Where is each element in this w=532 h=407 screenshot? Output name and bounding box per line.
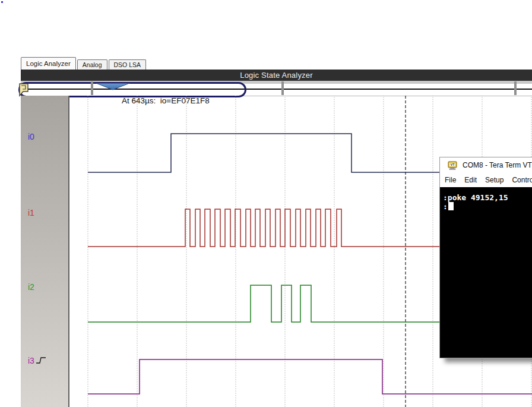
menu-control[interactable]: Control [508, 176, 532, 184]
signal-label-i3: i3 [28, 356, 48, 365]
signal-trace-i3 [88, 359, 532, 394]
terminal-screen[interactable]: :poke 49152,15: [440, 187, 532, 358]
window-title: COM8 - Tera Term VT [463, 161, 532, 169]
signal-label-i0: i0 [28, 132, 34, 141]
cursor-readout: At 643µs: io=EF07E1F8 [122, 96, 210, 105]
terminal-cursor [448, 202, 454, 210]
signal-name-text: i3 [28, 356, 34, 365]
terminal-line: : [443, 202, 532, 211]
signal-label-i2: i2 [28, 282, 34, 292]
menu-setup[interactable]: Setup [481, 176, 508, 184]
tab-logic-analyzer[interactable]: Logic Analyzer [21, 57, 76, 70]
app-screen: Logic AnalyzerAnalogDSO LSA Logic State … [0, 0, 532, 407]
terminal-prompt: : [443, 202, 448, 211]
vt-terminal-icon: VT [448, 161, 457, 170]
signal-name-text: i2 [28, 282, 34, 292]
signal-name-text: i0 [28, 132, 34, 141]
signal-sidebar: i0i1i2i3 [21, 96, 69, 407]
rising-edge-icon [36, 356, 48, 365]
tab-bar: Logic AnalyzerAnalogDSO LSA [21, 57, 147, 70]
tab-analog[interactable]: Analog [77, 59, 107, 70]
terminal-line: :poke 49152,15 [443, 193, 532, 202]
signal-label-i1: i1 [28, 208, 34, 217]
trigger-flag-icon[interactable] [19, 83, 30, 97]
signal-name-text: i1 [28, 208, 34, 217]
tera-term-window[interactable]: VT COM8 - Tera Term VT FileEditSetupCont… [439, 157, 532, 358]
menu-file[interactable]: File [441, 176, 460, 184]
svg-text:VT: VT [450, 163, 455, 166]
tera-term-menubar: FileEditSetupControl [440, 173, 532, 187]
tab-dso-lsa[interactable]: DSO LSA [109, 59, 147, 70]
menu-edit[interactable]: Edit [460, 176, 481, 184]
tera-term-titlebar[interactable]: VT COM8 - Tera Term VT [440, 157, 532, 173]
